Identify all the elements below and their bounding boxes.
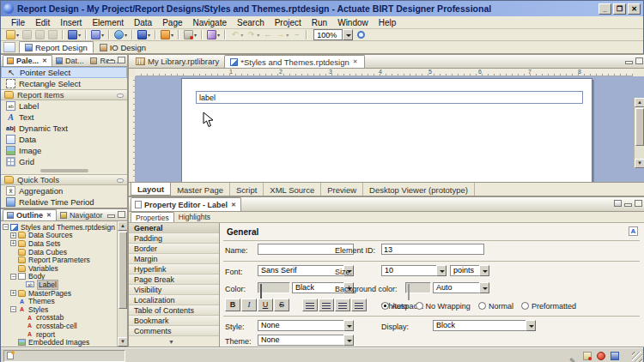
radio-icon[interactable] [416, 302, 423, 310]
scrollbar-thumb[interactable] [635, 108, 644, 146]
radio-icon[interactable] [381, 302, 389, 310]
dropdown-arrow-icon[interactable]: ▾ [194, 32, 197, 38]
close-icon[interactable]: ✕ [46, 211, 52, 220]
tree-item-body[interactable]: −Body [1, 273, 127, 281]
forward-button[interactable]: ▾ [275, 29, 289, 40]
scroll-down-icon[interactable]: ▼ [118, 337, 127, 347]
query-button[interactable]: ▾ [183, 29, 197, 40]
outline-minimize-icon[interactable] [107, 214, 115, 218]
dropdown-arrow-icon[interactable] [343, 320, 354, 331]
align-left-button[interactable] [302, 299, 318, 311]
align-justify-button[interactable] [351, 299, 367, 311]
expand-toggle-icon[interactable]: − [3, 224, 9, 230]
tree-item-report[interactable]: report [1, 330, 127, 339]
view-tab-script[interactable]: Script [230, 183, 264, 196]
edit-style-icon[interactable] [629, 226, 638, 236]
print-button[interactable] [47, 29, 58, 40]
dropdown-arrow-icon[interactable] [526, 320, 536, 331]
palette-item-data[interactable]: Data [1, 134, 127, 145]
format-i-button[interactable]: I [241, 299, 257, 311]
menu-project[interactable]: Project [270, 18, 307, 27]
view-tab-xml-source[interactable]: XML Source [264, 183, 321, 196]
redo-button[interactable]: ▾ [246, 29, 260, 40]
resource-button[interactable]: ▾ [160, 29, 174, 40]
palette-item-pointer-select[interactable]: Pointer Select [1, 67, 127, 78]
close-button[interactable]: ✕ [628, 3, 641, 15]
collapse-icon[interactable] [117, 178, 124, 183]
editor-maximize-icon[interactable] [635, 57, 643, 64]
tree-item-masterpages[interactable]: +MasterPages [1, 289, 127, 298]
collapse-icon[interactable] [117, 94, 124, 98]
title-bar[interactable]: Report Design - My Project/Report Design… [1, 1, 643, 16]
section-header-report-items[interactable]: Report Items [1, 89, 127, 100]
scroll-up-icon[interactable]: ▲ [635, 98, 644, 107]
palette-tab-dat[interactable]: Dat... [52, 55, 88, 66]
whitespace-option-no-wrapping[interactable]: No Wrapping [416, 301, 471, 311]
label-element[interactable]: label [196, 91, 583, 104]
dropdown-arrow-icon[interactable]: ▾ [240, 32, 243, 38]
palette-item-grid[interactable]: Grid [1, 156, 127, 167]
scroll-down-icon[interactable]: ▼ [635, 159, 644, 168]
expand-toggle-icon[interactable]: − [10, 274, 16, 280]
dropdown-arrow-icon[interactable]: ▾ [257, 32, 259, 38]
outline-tab-outline[interactable]: Outline✕ [3, 209, 57, 220]
dropdown-arrow-icon[interactable]: ▾ [148, 32, 150, 38]
radio-icon[interactable] [478, 302, 486, 310]
tab-highlights[interactable]: Highlights [174, 212, 215, 222]
back-button[interactable] [262, 29, 273, 40]
view-tab-master-page[interactable]: Master Page [171, 183, 230, 196]
editor-tab-styles-and-themes-rptdesign[interactable]: *Styles and Themes.rptdesign✕ [224, 55, 364, 68]
align-right-button[interactable] [335, 299, 350, 311]
size-select[interactable]: 10 [381, 265, 447, 276]
menu-edit[interactable]: Edit [30, 18, 55, 27]
radio-icon[interactable] [521, 302, 529, 310]
menu-navigate[interactable]: Navigate [188, 18, 232, 27]
style-select[interactable]: None [258, 320, 354, 331]
error-log-icon[interactable] [597, 352, 605, 360]
palette-maximize-icon[interactable] [118, 57, 125, 63]
palette-item-image[interactable]: Image [1, 145, 127, 156]
scrollbar-thumb[interactable] [118, 232, 127, 309]
palette-item-rectangle-select[interactable]: Rectangle Select [1, 78, 127, 89]
style-wand-button[interactable]: ▾ [206, 29, 221, 40]
palette-item-dynamic-text[interactable]: Dynamic Text [1, 123, 127, 134]
whitespace-option-normal[interactable]: Normal [478, 301, 513, 311]
tree-item-data-sets[interactable]: +Data Sets [1, 239, 127, 248]
menu-help[interactable]: Help [374, 18, 402, 27]
props-minimize-icon[interactable] [624, 203, 632, 207]
view-menu-icon[interactable] [614, 200, 622, 207]
category-localization[interactable]: Localization [129, 295, 219, 305]
category-bookmark[interactable]: Bookmark [129, 316, 219, 326]
category-comments[interactable]: Comments [129, 326, 219, 336]
menu-run[interactable]: Run [307, 18, 332, 27]
perspective-tab-report-design[interactable]: Report Design [19, 41, 94, 53]
dropdown-arrow-icon[interactable]: ▾ [125, 32, 127, 38]
scroll-up-icon[interactable]: ▲ [118, 221, 127, 231]
zoom-value[interactable]: 100% [313, 29, 343, 40]
minimize-button[interactable]: _ [598, 3, 611, 15]
size-unit-select[interactable]: points [450, 265, 489, 276]
dropdown-arrow-icon[interactable] [479, 265, 489, 276]
view-report-web-button[interactable]: ▾ [113, 29, 128, 40]
palette-minimize-icon[interactable] [107, 60, 115, 63]
menu-element[interactable]: Element [87, 18, 129, 27]
dropdown-arrow-icon[interactable]: ▾ [78, 32, 81, 38]
tree-item-styles-and-themes-rptdesign[interactable]: −Styles and Themes.rptdesign [1, 223, 127, 232]
dropdown-arrow-icon[interactable]: ▾ [16, 32, 19, 38]
menu-data[interactable]: Data [129, 18, 157, 27]
outline-maximize-icon[interactable] [118, 211, 125, 218]
dropdown-arrow-icon[interactable]: ▾ [217, 32, 220, 38]
category-padding[interactable]: Padding [129, 233, 219, 244]
editor-minimize-icon[interactable] [625, 61, 633, 64]
marker-icon[interactable] [583, 352, 592, 360]
menu-search[interactable]: Search [232, 18, 270, 27]
edit-mode-icon[interactable] [569, 352, 578, 360]
perspective-switcher-icon[interactable] [3, 42, 15, 52]
canvas-scrollbar[interactable]: ▲ ▼ [634, 98, 644, 168]
deploy-button[interactable]: ▾ [137, 29, 151, 40]
whitespace-option-preformatted[interactable]: Preformatted [521, 301, 576, 311]
tree-item-data-cubes[interactable]: Data Cubes [1, 248, 127, 256]
palette-item-relative-time-period[interactable]: Relative Time Period [1, 196, 127, 208]
align-center-button[interactable] [319, 299, 334, 311]
expand-toggle-icon[interactable]: + [10, 290, 16, 296]
